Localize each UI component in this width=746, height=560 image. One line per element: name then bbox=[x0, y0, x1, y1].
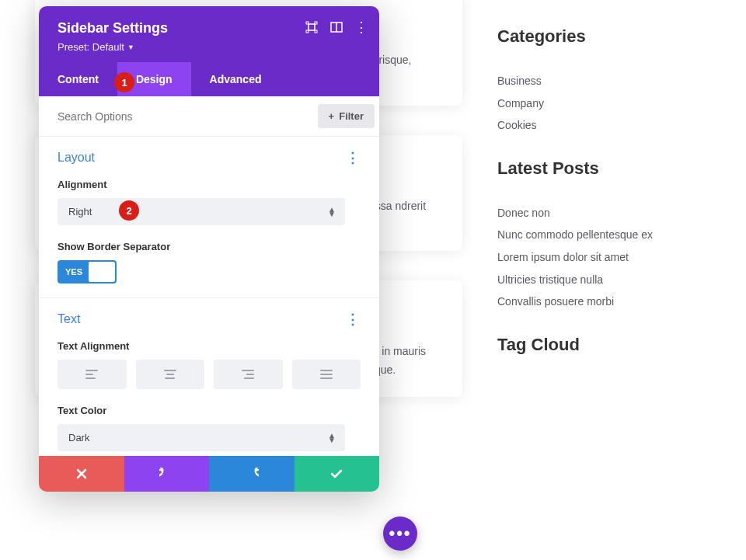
close-icon bbox=[76, 468, 87, 479]
modal-footer bbox=[39, 456, 379, 492]
tab-advanced[interactable]: Advanced bbox=[191, 62, 281, 96]
redo-icon bbox=[245, 468, 259, 480]
annotation-1: 1 bbox=[114, 72, 134, 92]
expand-icon[interactable] bbox=[305, 20, 319, 34]
undo-button[interactable] bbox=[124, 456, 210, 492]
categories-list: Business Company Cookies bbox=[497, 70, 715, 137]
alignment-value: Right bbox=[68, 206, 92, 217]
tag-cloud-heading: Tag Cloud bbox=[497, 335, 715, 355]
split-view-icon[interactable] bbox=[329, 20, 343, 34]
align-justify-button[interactable] bbox=[292, 360, 361, 389]
align-center-button[interactable] bbox=[136, 360, 205, 389]
alignment-label: Alignment bbox=[58, 179, 361, 190]
redo-button[interactable] bbox=[209, 456, 295, 492]
border-label: Show Border Separator bbox=[58, 241, 361, 252]
section-menu-icon[interactable]: ⋮ bbox=[346, 316, 361, 323]
alignment-select[interactable]: Right ▲▼ bbox=[58, 198, 345, 225]
latest-posts-heading: Latest Posts bbox=[497, 158, 715, 179]
modal-header: Sidebar Settings Preset: Default ▼ ⋮ bbox=[39, 6, 379, 62]
list-item[interactable]: Nunc commodo pellentesque ex bbox=[497, 224, 715, 246]
plus-icon: + bbox=[329, 110, 335, 122]
align-left-button[interactable] bbox=[58, 360, 127, 389]
section-menu-icon[interactable]: ⋮ bbox=[346, 155, 361, 162]
fab-more[interactable]: ••• bbox=[383, 517, 417, 551]
layout-section: Layout ⋮ Alignment Right ▲▼ Show Border … bbox=[39, 137, 379, 298]
svg-rect-0 bbox=[309, 24, 315, 30]
annotation-2: 2 bbox=[119, 200, 139, 221]
latest-posts-list: Donec non Nunc commodo pellentesque ex L… bbox=[497, 202, 715, 313]
select-caret-icon: ▲▼ bbox=[328, 433, 336, 443]
tabs: Content Design Advanced bbox=[39, 62, 379, 96]
categories-heading: Categories bbox=[497, 26, 715, 47]
border-toggle[interactable]: YES bbox=[58, 260, 117, 283]
search-input[interactable] bbox=[58, 110, 318, 123]
list-item[interactable]: Lorem ipsum dolor sit amet bbox=[497, 246, 715, 269]
tab-content[interactable]: Content bbox=[39, 62, 117, 96]
list-item[interactable]: Ultricies tristique nulla bbox=[497, 269, 715, 291]
layout-title: Layout bbox=[58, 151, 95, 165]
text-color-label: Text Color bbox=[58, 405, 361, 416]
settings-modal: Sidebar Settings Preset: Default ▼ ⋮ Con… bbox=[39, 6, 379, 492]
toggle-yes-label: YES bbox=[59, 267, 89, 277]
more-icon[interactable]: ⋮ bbox=[354, 20, 368, 34]
list-item[interactable]: Convallis posuere morbi bbox=[497, 290, 715, 313]
svg-rect-2 bbox=[315, 22, 317, 24]
search-row: + Filter bbox=[39, 96, 379, 137]
svg-rect-4 bbox=[315, 30, 317, 33]
sidebar-preview: Categories Business Company Cookies Late… bbox=[497, 0, 746, 402]
ellipsis-icon: ••• bbox=[389, 523, 411, 544]
filter-button[interactable]: + Filter bbox=[318, 104, 375, 128]
svg-rect-1 bbox=[306, 22, 309, 24]
undo-icon bbox=[159, 468, 173, 480]
svg-rect-3 bbox=[306, 30, 309, 33]
toggle-knob bbox=[89, 262, 115, 282]
preset-selector[interactable]: Preset: Default ▼ bbox=[58, 41, 361, 53]
check-icon bbox=[330, 468, 343, 479]
align-right-button[interactable] bbox=[214, 360, 283, 389]
text-color-select[interactable]: Dark ▲▼ bbox=[58, 424, 345, 451]
list-item[interactable]: Donec non bbox=[497, 202, 715, 224]
list-item[interactable]: Business bbox=[497, 70, 715, 92]
preset-label: Preset: Default bbox=[58, 41, 124, 53]
confirm-button[interactable] bbox=[295, 456, 380, 492]
modal-header-actions: ⋮ bbox=[305, 20, 368, 34]
list-item[interactable]: Company bbox=[497, 92, 715, 115]
text-color-value: Dark bbox=[68, 432, 89, 443]
text-alignment-label: Text Alignment bbox=[58, 340, 361, 352]
text-title: Text bbox=[58, 312, 80, 326]
text-alignment-buttons bbox=[58, 360, 361, 389]
text-section: Text ⋮ Text Alignment Text Color Dark ▲▼ bbox=[39, 298, 379, 456]
chevron-down-icon: ▼ bbox=[127, 43, 134, 51]
select-caret-icon: ▲▼ bbox=[328, 207, 336, 217]
list-item[interactable]: Cookies bbox=[497, 114, 715, 137]
cancel-button[interactable] bbox=[39, 456, 124, 492]
filter-label: Filter bbox=[339, 110, 364, 122]
